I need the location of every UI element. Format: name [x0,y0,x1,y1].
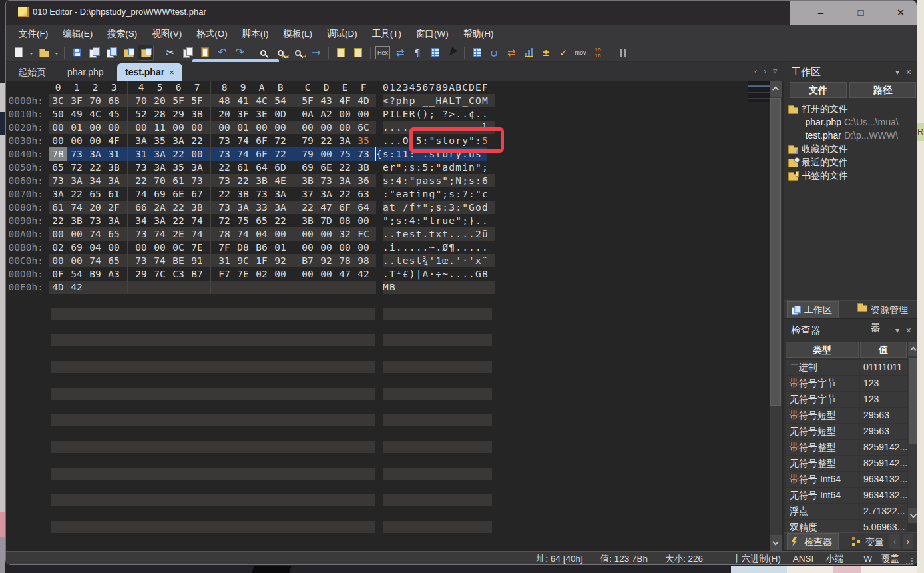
hex-byte[interactable]: 4C [252,94,271,107]
hex-byte[interactable]: 04 [86,241,105,254]
inspector-type-cell[interactable]: 带符号短型 [786,408,859,423]
hex-byte[interactable]: 00 [336,107,354,121]
tree-file-name[interactable]: test.phar [786,129,841,142]
status-writable-toggle[interactable]: W [863,554,872,564]
hex-byte[interactable]: 22 [271,214,290,227]
hex-byte[interactable]: 63 [354,187,373,201]
hex-row[interactable]: 0010h:50494C455228293B203F3E0D0AA20000PI… [6,107,770,121]
hex-byte[interactable]: 92 [317,254,336,267]
hex-row[interactable]: 00C0h:000074657374BE91319C1F92B7927898..… [6,254,770,267]
copy-button[interactable] [180,45,196,61]
tab-scroll-next-icon[interactable]: › [764,66,766,76]
ascii-text[interactable]: at /f*";s:3:"God [383,201,495,214]
tab-list-icon[interactable]: ▿ [773,66,778,76]
hex-byte[interactable]: 74 [86,227,105,241]
hex-byte[interactable]: 45 [105,107,123,121]
compare-button[interactable]: ⇄ [392,45,408,61]
hex-byte[interactable]: 74 [234,134,252,147]
ascii-text[interactable]: .i.....~.Ø¶..... [383,241,495,254]
hex-byte[interactable]: 74 [234,227,252,241]
hex-byte[interactable]: 3F [67,94,86,107]
panel-tab-工作区[interactable]: 工作区 [787,301,839,318]
hex-byte[interactable] [150,281,169,294]
hex-byte[interactable]: 3A [336,174,354,187]
hex-byte[interactable]: 22 [49,214,67,227]
ascii-text[interactable]: ";s:4:"true";}.. [383,214,495,227]
hex-byte[interactable]: 4D [49,281,67,294]
hex-byte[interactable] [298,281,317,294]
hex-byte[interactable]: 3A [105,214,123,227]
hex-byte[interactable]: 00 [215,121,234,134]
hex-byte[interactable]: 64 [252,161,271,174]
close-button[interactable]: ✕ [886,3,915,23]
hex-byte[interactable]: A3 [105,267,123,281]
checksum-button[interactable]: ± [538,45,554,61]
hex-byte[interactable]: 01 [271,241,290,254]
hex-byte[interactable]: 32 [336,227,354,241]
hex-byte[interactable]: 00 [317,227,336,241]
menu-搜索[interactable]: 搜索(S) [100,27,144,41]
hex-byte[interactable]: 22 [132,174,150,187]
hex-byte[interactable]: 73 [215,201,234,214]
hex-byte[interactable]: 69 [150,187,169,201]
hex-byte[interactable]: 3A [271,187,290,201]
hex-row[interactable]: 0050h:6572223B733A353A2261646D696E223Ber… [6,161,770,174]
hex-byte[interactable]: 61 [105,187,123,201]
hex-byte[interactable]: 73 [215,134,234,147]
hex-byte[interactable]: 7E [188,241,206,254]
redo-button[interactable]: ↷ [232,45,248,61]
hex-row[interactable]: 00E0h:4D42MB [6,281,770,294]
hex-byte[interactable]: 3B [298,174,317,187]
tree-folder-打开的文件[interactable]: 打开的文件 [784,102,917,115]
inspector-type-cell[interactable]: 带符号 Int64 [786,472,859,487]
inspector-value-cell[interactable]: 8259142... [860,440,907,455]
hex-byte[interactable]: 00 [49,227,67,241]
hex-byte[interactable]: 5F [169,94,188,107]
hex-byte[interactable]: 22 [67,187,86,201]
hex-byte[interactable] [317,281,336,294]
hex-byte[interactable]: 4E [271,174,290,187]
save-button[interactable] [69,45,85,61]
inspector-type-cell[interactable]: 带符号字节 [786,376,859,391]
hex-byte[interactable]: 01 [67,121,86,134]
hex-byte[interactable]: 3B [105,161,123,174]
hex-byte[interactable]: 78 [215,227,234,241]
hex-byte[interactable]: 20 [150,94,169,107]
menu-帮助[interactable]: 帮助(H) [456,27,501,41]
hex-byte[interactable]: 2A [150,201,169,214]
hex-mode-button[interactable]: Hex [375,45,391,61]
hex-byte[interactable]: 34 [132,214,150,227]
hex-byte[interactable]: 73 [354,147,373,161]
hex-byte[interactable]: 20 [215,107,234,121]
hex-byte[interactable]: 36 [354,174,373,187]
hex-byte[interactable]: 54 [67,267,86,281]
hex-byte[interactable]: 70 [150,174,169,187]
hex-byte[interactable]: 98 [354,254,373,267]
hex-byte[interactable]: 73 [49,174,67,187]
ascii-text[interactable]: ..test¾'1œ.'·'x˜ [383,254,495,267]
hex-row[interactable]: 0030h:0000004F3A353A2273746F7279223A35..… [6,134,770,147]
edit-script-button[interactable] [350,45,366,61]
new-file-dropdown[interactable] [28,45,35,61]
hex-byte[interactable]: 6F [252,147,271,161]
goto-button[interactable]: → [308,45,324,61]
hex-byte[interactable]: 3E [252,107,271,121]
find-next-button[interactable]: ➝ [291,45,307,61]
hex-byte[interactable]: 73 [252,187,271,201]
column-header-path[interactable]: 路径 [849,82,916,98]
paste-button[interactable] [197,45,213,61]
hex-row[interactable]: 0000h:3C3F706870205F5F48414C545F434F4D<?… [6,94,770,107]
pointer-tool-button[interactable] [444,45,460,61]
hex-byte[interactable]: 79 [298,134,317,147]
hex-byte[interactable]: 74 [188,214,206,227]
column-header-value[interactable]: 值 [860,342,907,358]
hex-byte[interactable]: 00 [354,241,373,254]
maximize-button[interactable]: □ [846,3,875,23]
hex-byte[interactable]: 20 [86,201,105,214]
hex-byte[interactable]: 73 [132,227,150,241]
hex-byte[interactable]: 6C [354,121,373,134]
tab-test.phar[interactable]: test.phar× [117,63,182,81]
ascii-text[interactable]: MB [383,281,495,294]
ascii-text[interactable]: er";s:5:"admin"; [383,161,495,174]
new-file-button[interactable] [11,45,27,61]
